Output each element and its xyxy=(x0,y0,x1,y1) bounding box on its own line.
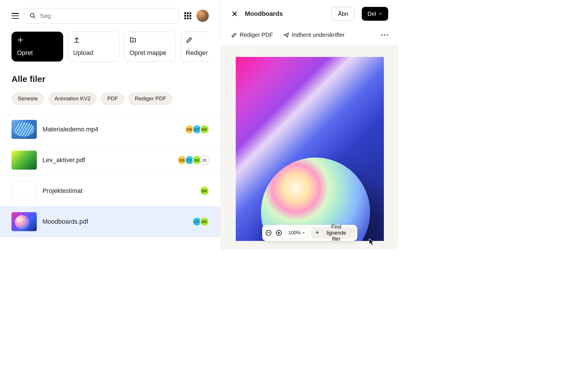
search-icon xyxy=(30,13,36,19)
more-icon[interactable] xyxy=(381,34,388,36)
create-folder-button[interactable]: Opret mappe xyxy=(124,32,176,62)
section-title: Alle filer xyxy=(11,74,209,84)
zoom-in-button[interactable] xyxy=(275,227,283,239)
chevron-down-icon xyxy=(302,231,305,235)
close-icon[interactable] xyxy=(231,10,238,17)
menu-icon[interactable] xyxy=(11,13,19,19)
cursor-icon xyxy=(369,238,375,246)
open-button[interactable]: Åbn xyxy=(331,7,355,21)
pencil-icon xyxy=(186,37,193,43)
signatures-tool[interactable]: Indhent underskrifter xyxy=(283,32,345,38)
folder-plus-icon xyxy=(129,37,136,43)
file-thumbnail xyxy=(11,120,37,139)
quick-actions: Opret Upload Opret mappe Rediger PDF xyxy=(11,32,209,62)
plus-icon xyxy=(17,37,24,43)
collaborator-badges: DBCYDK xyxy=(185,125,209,134)
file-name: Moodboards.pdf xyxy=(42,218,187,225)
action-label: Opret xyxy=(17,49,58,57)
zoom-toolbar: 100% Find lignende filer xyxy=(262,225,357,241)
collaborator-badges: DBCYDK23 xyxy=(177,156,209,165)
zoom-in-icon xyxy=(275,229,282,236)
details-toolbar: Rediger PDF Indhent underskrifter xyxy=(221,28,399,45)
edit-pdf-button[interactable]: Rediger PDF xyxy=(180,32,209,62)
action-label: Rediger PDF xyxy=(186,49,209,57)
chip-animation[interactable]: Animation KV2 xyxy=(48,92,97,105)
file-thumbnail xyxy=(11,181,37,200)
filter-chips: Seneste Animation KV2 PDF Rediger PDF xyxy=(11,92,209,105)
svg-line-1 xyxy=(34,17,35,18)
collaborator-badge: DK xyxy=(200,186,209,195)
action-label: Opret mappe xyxy=(129,49,170,57)
file-row[interactable]: Moodboards.pdfCYDK xyxy=(0,206,220,237)
details-header: Moodboards Åbn Del xyxy=(221,0,399,28)
apps-grid-icon[interactable] xyxy=(184,12,191,19)
tool-label: Rediger PDF xyxy=(240,32,273,38)
file-thumbnail xyxy=(11,151,37,170)
create-button[interactable]: Opret xyxy=(11,32,63,62)
chip-edit-pdf[interactable]: Rediger PDF xyxy=(128,92,173,105)
overflow-count: 23 xyxy=(200,156,209,165)
file-name: Projektestimat xyxy=(42,187,194,195)
chip-recent[interactable]: Seneste xyxy=(11,92,44,105)
share-button[interactable]: Del xyxy=(362,7,388,21)
tool-label: Indhent underskrifter xyxy=(292,32,345,38)
main-panel: Opret Upload Opret mappe Rediger PDF All… xyxy=(0,0,220,250)
top-bar xyxy=(11,8,209,24)
sparkle-icon xyxy=(316,230,320,236)
collaborator-badge: DK xyxy=(200,217,209,226)
action-label: Upload xyxy=(73,49,114,57)
zoom-level-select[interactable]: 100% xyxy=(285,227,308,239)
upload-button[interactable]: Upload xyxy=(68,32,119,62)
file-list: Materialedemo.mp4DBCYDKLev_aktiver.pdfDB… xyxy=(0,114,220,237)
collaborator-badges: CYDK xyxy=(192,217,209,226)
preview-image xyxy=(236,57,384,241)
collaborator-badges: DK xyxy=(200,186,209,195)
upload-icon xyxy=(73,37,80,43)
search-input[interactable] xyxy=(40,12,174,19)
svg-point-0 xyxy=(30,14,34,17)
file-name: Lev_aktiver.pdf xyxy=(42,156,172,164)
file-row[interactable]: Lev_aktiver.pdfDBCYDK23 xyxy=(0,145,220,176)
search-field[interactable] xyxy=(24,8,179,24)
share-label: Del xyxy=(368,11,376,17)
collaborator-badge: DK xyxy=(200,125,209,134)
zoom-value: 100% xyxy=(288,230,301,236)
avatar[interactable] xyxy=(196,9,209,22)
file-row[interactable]: ProjektestimatDK xyxy=(0,176,220,206)
find-similar-label: Find lignende filer xyxy=(322,224,350,242)
chip-pdf[interactable]: PDF xyxy=(101,92,124,105)
chevron-down-icon xyxy=(378,12,382,16)
zoom-out-button[interactable] xyxy=(264,227,272,239)
details-title: Moodboards xyxy=(245,10,324,18)
send-icon xyxy=(283,32,289,38)
edit-pdf-tool[interactable]: Rediger PDF xyxy=(231,32,273,38)
details-panel: Moodboards Åbn Del Rediger PDF Indhent u… xyxy=(220,0,399,250)
file-row[interactable]: Materialedemo.mp4DBCYDK xyxy=(0,114,220,145)
file-thumbnail xyxy=(11,212,37,231)
preview-area: 100% Find lignende filer xyxy=(221,45,399,250)
zoom-out-icon xyxy=(265,229,272,236)
pencil-icon xyxy=(231,32,237,38)
find-similar-button[interactable]: Find lignende filer xyxy=(311,227,355,239)
file-name: Materialedemo.mp4 xyxy=(42,126,179,133)
